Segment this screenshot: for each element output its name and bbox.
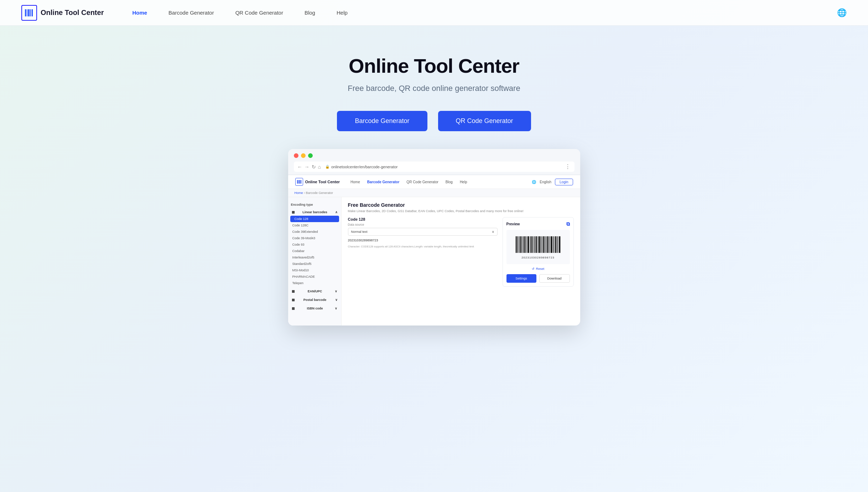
postal-header[interactable]: ▦ Postal barcode ∨: [288, 296, 341, 303]
url-text: onlinetoolcenter/en/barcode-generator: [331, 165, 398, 169]
svg-rect-1: [27, 9, 27, 16]
svg-rect-10: [515, 236, 516, 253]
data-source-value: Normal text: [351, 230, 368, 234]
browser-more-icon[interactable]: ⋮: [565, 163, 571, 170]
reset-label: Reset: [536, 267, 545, 271]
postal-icon: ▦: [292, 298, 295, 302]
ean-upc-header[interactable]: ▦ EAN/UPC ∨: [288, 288, 341, 295]
barcode-input-value[interactable]: 20231030289898723: [348, 239, 498, 242]
data-source-label: Data source: [348, 223, 498, 226]
svg-rect-39: [555, 236, 556, 253]
sidebar-item-interleaved[interactable]: Interleaved2of5: [288, 254, 341, 261]
nav-home[interactable]: Home: [132, 10, 147, 16]
inner-nav-barcode[interactable]: Barcode Generator: [367, 180, 400, 184]
svg-rect-19: [527, 236, 529, 253]
postal-label: Postal barcode: [303, 298, 327, 302]
breadcrumb-home[interactable]: Home: [295, 191, 303, 195]
browser-mockup: ← → ↻ ⌂ 🔒 onlinetoolcenter/en/barcode-ge…: [288, 149, 580, 326]
svg-rect-33: [547, 236, 548, 253]
char-note: Character: CODE128 supports all 128 ASCI…: [348, 245, 498, 248]
linear-barcodes-label: Linear barcodes: [302, 210, 327, 214]
inner-login-btn[interactable]: Login: [555, 179, 573, 185]
inner-lang[interactable]: English: [540, 180, 551, 184]
data-source-select[interactable]: Normal text ∨: [348, 228, 498, 236]
hero-qrcode-btn[interactable]: QR Code Generator: [438, 111, 531, 131]
svg-rect-4: [32, 9, 33, 16]
inner-nav-help[interactable]: Help: [460, 180, 467, 184]
sidebar-item-code128[interactable]: Code 128: [290, 216, 339, 222]
svg-rect-11: [517, 236, 518, 253]
nav-help[interactable]: Help: [337, 10, 348, 16]
isbn-icon: ▦: [292, 307, 295, 310]
postal-expand-icon: ∨: [335, 298, 338, 302]
forward-icon[interactable]: →: [305, 164, 310, 170]
inner-nav-qrcode[interactable]: QR Code Generator: [406, 180, 438, 184]
hero-title: Online Tool Center: [7, 54, 861, 77]
collapse-icon: ∧: [335, 210, 338, 214]
sidebar-item-pharmacade[interactable]: PHARMACADE: [288, 273, 341, 280]
sidebar-item-telepen[interactable]: Telepen: [288, 280, 341, 286]
inner-nav-home[interactable]: Home: [350, 180, 360, 184]
sidebar-item-code128c[interactable]: Code 128C: [288, 222, 341, 229]
ean-label: EAN/UPC: [308, 289, 322, 293]
dot-maximize[interactable]: [308, 153, 313, 158]
svg-rect-28: [540, 236, 541, 253]
back-icon[interactable]: ←: [297, 164, 302, 170]
inner-logo: Online Tool Center: [295, 178, 340, 186]
svg-rect-26: [537, 236, 538, 253]
logo-area: Online Tool Center: [21, 5, 104, 21]
svg-rect-20: [529, 236, 530, 253]
nav-qrcode[interactable]: QR Code Generator: [235, 10, 283, 16]
settings-button[interactable]: Settings: [506, 274, 536, 283]
svg-rect-14: [521, 236, 522, 253]
header: Online Tool Center Home Barcode Generato…: [0, 0, 868, 26]
inner-nav: Online Tool Center Home Barcode Generato…: [288, 175, 580, 189]
svg-rect-41: [558, 236, 558, 253]
download-button[interactable]: Download: [539, 274, 570, 283]
svg-rect-22: [532, 236, 533, 253]
reset-link[interactable]: ↺ Reset: [506, 267, 570, 271]
select-chevron-icon: ∨: [492, 230, 494, 234]
nav-blog[interactable]: Blog: [305, 10, 315, 16]
main-nav: Home Barcode Generator QR Code Generator…: [132, 10, 837, 16]
hero-subtitle: Free barcode, QR code online generator s…: [7, 84, 861, 93]
right-col: Preview ⧉: [503, 217, 574, 287]
refresh-icon[interactable]: ↻: [312, 164, 316, 170]
inner-nav-blog[interactable]: Blog: [446, 180, 453, 184]
svg-rect-27: [538, 236, 540, 253]
inner-content: Encoding type ▦ Linear barcodes ∧ Code 1…: [288, 197, 580, 326]
sidebar-item-msi[interactable]: MSI-Mod10: [288, 267, 341, 273]
preview-actions: Settings Download: [506, 274, 570, 283]
sidebar-item-codabar[interactable]: Codabar: [288, 248, 341, 254]
dot-close[interactable]: [294, 153, 298, 158]
svg-rect-3: [30, 9, 31, 16]
logo-text: Online Tool Center: [41, 9, 104, 17]
dot-minimize[interactable]: [301, 153, 306, 158]
sidebar-item-code93[interactable]: Code 93: [288, 241, 341, 248]
left-col: Code 128 Data source Normal text ∨ 20231…: [348, 217, 498, 287]
browser-url-bar[interactable]: 🔒 onlinetoolcenter/en/barcode-generator: [325, 165, 562, 169]
svg-rect-13: [520, 236, 521, 253]
inner-nav-right: 🌐 English Login: [532, 179, 573, 185]
hero-section: Online Tool Center Free barcode, QR code…: [0, 26, 868, 149]
nav-barcode[interactable]: Barcode Generator: [168, 10, 214, 16]
svg-rect-16: [524, 236, 525, 253]
preview-header: Preview ⧉: [506, 221, 570, 227]
home-icon[interactable]: ⌂: [318, 164, 321, 170]
sidebar-item-code39ext[interactable]: Code 39Extended: [288, 229, 341, 235]
sidebar: Encoding type ▦ Linear barcodes ∧ Code 1…: [288, 197, 342, 326]
linear-barcodes-header[interactable]: ▦ Linear barcodes ∧: [288, 209, 341, 216]
svg-rect-6: [298, 180, 298, 184]
inner-logo-text: Online Tool Center: [305, 180, 340, 184]
two-col-layout: Code 128 Data source Normal text ∨ 20231…: [348, 217, 574, 287]
breadcrumb-bar: Home › Barcode Generator: [288, 189, 580, 197]
sidebar-item-code39mod43[interactable]: Code 39-Mod43: [288, 235, 341, 241]
isbn-header[interactable]: ▦ ISBN code ∨: [288, 305, 341, 312]
copy-icon[interactable]: ⧉: [566, 221, 570, 227]
globe-icon[interactable]: 🌐: [837, 8, 847, 17]
logo-icon: [21, 5, 37, 21]
sidebar-item-standard[interactable]: Standard2of5: [288, 261, 341, 267]
barcode-svg: [515, 235, 561, 255]
barcode-area: 20231030289898723: [506, 230, 570, 264]
hero-barcode-btn[interactable]: Barcode Generator: [337, 111, 427, 131]
